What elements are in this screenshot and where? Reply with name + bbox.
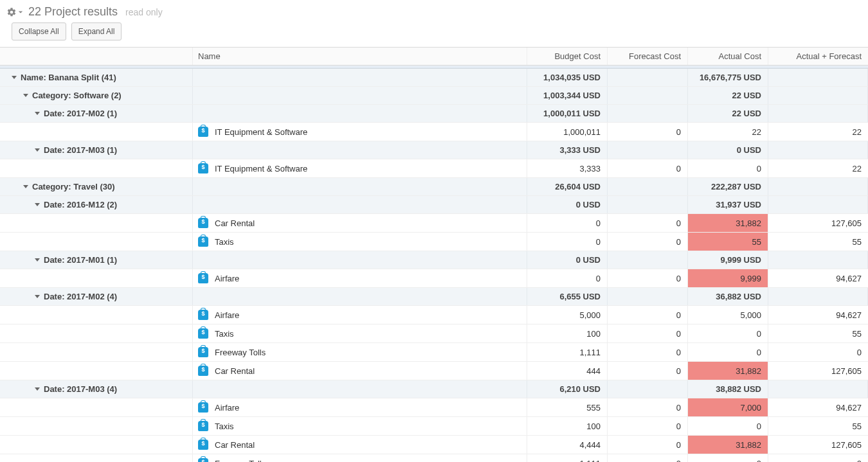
budget-cell: 3,333 — [527, 159, 608, 177]
forecast-cell: 0 — [608, 343, 688, 361]
group-row[interactable]: Date: 2017-M02 (4)6,655 USD36,882 USD — [0, 288, 868, 306]
budget-column[interactable]: Budget Cost — [527, 48, 608, 65]
expense-icon — [198, 458, 208, 462]
table-row[interactable]: Freeway Tolls1,111000 — [0, 343, 868, 362]
chevron-down-icon[interactable] — [35, 258, 40, 262]
item-name: Car Rental — [215, 366, 255, 376]
actfc-cell — [768, 87, 868, 104]
column-header-row: Name Budget Cost Forecast Cost Actual Co… — [0, 48, 868, 66]
item-name: Freeway Tolls — [215, 459, 266, 463]
table-row[interactable]: Taxis1000055 — [0, 324, 868, 343]
expense-icon — [198, 163, 208, 173]
budget-cell: 4,444 — [527, 436, 608, 454]
forecast-cell — [608, 251, 688, 269]
budget-cell: 100 — [527, 417, 608, 435]
table-row[interactable]: Car Rental4,444031,882127,605 — [0, 436, 868, 454]
forecast-cell — [608, 178, 688, 195]
expense-icon — [198, 421, 208, 431]
collapse-all-button[interactable]: Collapse All — [12, 22, 66, 40]
actfc-column[interactable]: Actual + Forecast — [768, 48, 868, 65]
chevron-down-icon[interactable] — [35, 112, 40, 115]
group-label: Date: 2016-M12 (2) — [44, 200, 117, 209]
forecast-cell — [608, 288, 688, 305]
forecast-cell — [608, 141, 688, 159]
budget-cell: 0 — [527, 233, 608, 251]
table-row[interactable]: Taxis1000055 — [0, 417, 868, 436]
table-row[interactable]: IT Equipment & Software1,000,01102222 — [0, 123, 868, 141]
chevron-down-icon[interactable] — [23, 185, 28, 188]
group-row[interactable]: Category: Travel (30)26,604 USD222,287 U… — [0, 178, 868, 196]
budget-cell: 1,034,035 USD — [527, 69, 608, 86]
budget-cell: 1,003,344 USD — [527, 87, 608, 104]
forecast-cell — [608, 196, 688, 213]
group-row[interactable]: Date: 2017-M01 (1)0 USD9,999 USD — [0, 251, 868, 269]
actfc-cell — [768, 105, 868, 122]
actfc-cell: 127,605 — [768, 362, 868, 380]
actual-cell: 0 — [688, 159, 768, 177]
actfc-cell: 127,605 — [768, 214, 868, 232]
actual-cell: 9,999 USD — [688, 251, 768, 269]
table-row[interactable]: Airfare5,00005,00094,627 — [0, 306, 868, 324]
chevron-down-icon[interactable] — [35, 387, 40, 391]
group-row[interactable]: Date: 2017-M02 (1)1,000,011 USD22 USD — [0, 105, 868, 123]
chevron-down-icon[interactable] — [12, 76, 17, 79]
group-row[interactable]: Date: 2016-M12 (2)0 USD31,937 USD — [0, 196, 868, 214]
table-row[interactable]: Car Rental444031,882127,605 — [0, 362, 868, 380]
item-name: Taxis — [215, 329, 234, 339]
group-label: Date: 2017-M03 (4) — [44, 384, 117, 394]
forecast-cell: 0 — [608, 436, 688, 454]
forecast-cell: 0 — [608, 123, 688, 141]
forecast-cell: 0 — [608, 398, 688, 416]
actfc-cell: 55 — [768, 324, 868, 342]
forecast-cell — [608, 69, 688, 86]
table-row[interactable]: IT Equipment & Software3,3330022 — [0, 159, 868, 178]
group-row[interactable]: Date: 2017-M03 (1)3,333 USD0 USD — [0, 141, 868, 159]
table-row[interactable]: Car Rental0031,882127,605 — [0, 214, 868, 233]
grouping-column[interactable] — [0, 48, 193, 65]
chevron-down-icon[interactable] — [35, 203, 40, 206]
forecast-cell: 0 — [608, 454, 688, 462]
chevron-down-icon[interactable] — [35, 148, 40, 152]
table-row[interactable]: Airfare009,99994,627 — [0, 269, 868, 288]
actfc-cell: 0 — [768, 343, 868, 361]
item-name: Car Rental — [215, 218, 255, 228]
actfc-cell — [768, 380, 868, 398]
budget-cell: 1,000,011 — [527, 123, 608, 141]
expense-icon — [198, 236, 208, 247]
results-grid: Name Budget Cost Forecast Cost Actual Co… — [0, 47, 868, 462]
actfc-cell — [768, 196, 868, 213]
name-column[interactable]: Name — [193, 48, 527, 65]
actual-cell: 0 — [688, 343, 768, 361]
item-name: Airfare — [215, 274, 239, 283]
group-row[interactable]: Name: Banana Split (41)1,034,035 USD16,6… — [0, 69, 868, 87]
budget-cell: 0 — [527, 269, 608, 287]
expand-all-button[interactable]: Expand All — [71, 22, 122, 40]
forecast-cell — [608, 105, 688, 122]
forecast-column[interactable]: Forecast Cost — [608, 48, 688, 65]
actual-cell: 38,882 USD — [688, 380, 768, 398]
expense-icon — [198, 127, 208, 137]
actual-cell: 31,882 — [688, 436, 768, 454]
table-row[interactable]: Freeway Tolls1,111000 — [0, 454, 868, 462]
actual-cell: 22 — [688, 123, 768, 141]
actual-cell: 5,000 — [688, 306, 768, 324]
actfc-cell — [768, 178, 868, 195]
gear-icon[interactable] — [6, 7, 23, 17]
forecast-cell — [608, 380, 688, 398]
group-label: Date: 2017-M02 (4) — [44, 292, 117, 301]
group-row[interactable]: Date: 2017-M03 (4)6,210 USD38,882 USD — [0, 380, 868, 398]
group-label: Date: 2017-M02 (1) — [44, 109, 117, 118]
table-row[interactable]: Taxis005555 — [0, 233, 868, 251]
actual-column[interactable]: Actual Cost — [688, 48, 768, 65]
actual-cell: 16,676,775 USD — [688, 69, 768, 86]
expense-icon — [198, 440, 208, 450]
topbar: 22 Project results read only — [0, 0, 868, 22]
actfc-cell: 0 — [768, 454, 868, 462]
chevron-down-icon[interactable] — [35, 295, 40, 298]
forecast-cell: 0 — [608, 269, 688, 287]
forecast-cell: 0 — [608, 306, 688, 324]
chevron-down-icon[interactable] — [23, 94, 28, 97]
group-row[interactable]: Category: Software (2)1,003,344 USD22 US… — [0, 87, 868, 105]
actfc-cell: 22 — [768, 159, 868, 177]
table-row[interactable]: Airfare55507,00094,627 — [0, 398, 868, 417]
